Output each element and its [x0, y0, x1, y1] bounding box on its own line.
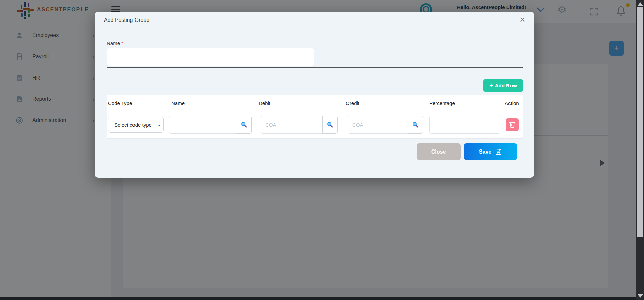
- name-field-label: Name*: [107, 40, 123, 46]
- code-type-select[interactable]: Select code type ⌄: [108, 117, 164, 133]
- name-lookup-group: [169, 116, 252, 134]
- save-label: Save: [479, 149, 491, 155]
- column-header-code-type: Code Type: [108, 100, 132, 106]
- add-row-button[interactable]: + Add Row: [483, 79, 523, 92]
- magnifier-icon: [240, 121, 247, 128]
- table-row: Select code type ⌄: [107, 111, 523, 139]
- column-header-percentage: Percentage: [429, 100, 455, 106]
- trash-icon: [509, 121, 515, 128]
- modal-title: Add Posting Group: [104, 17, 149, 23]
- horizontal-scrollbar[interactable]: [0, 297, 636, 300]
- scroll-down-arrow-icon[interactable]: [638, 294, 643, 298]
- debit-lookup-group: [261, 116, 338, 134]
- close-icon[interactable]: ✕: [519, 16, 525, 23]
- floppy-disk-icon: [495, 148, 502, 155]
- code-type-selected-value: Select code type: [114, 122, 159, 128]
- app-root: ASCENTPEOPLE Employees › Payroll › HR ›: [0, 0, 644, 300]
- column-header-debit: Debit: [259, 100, 270, 106]
- vertical-scrollbar[interactable]: [636, 0, 644, 300]
- required-asterisk: *: [121, 40, 123, 46]
- debit-coa-input[interactable]: [261, 116, 322, 134]
- row-name-input[interactable]: [169, 116, 236, 134]
- column-header-name: Name: [171, 100, 185, 106]
- percentage-input[interactable]: [429, 116, 500, 134]
- credit-lookup-group: [348, 116, 423, 134]
- modal-header: Add Posting Group ✕: [95, 12, 534, 29]
- magnifier-icon: [327, 121, 333, 128]
- posting-group-name-input[interactable]: [107, 48, 314, 66]
- name-search-button[interactable]: [236, 116, 252, 134]
- add-posting-group-modal: Add Posting Group ✕ Name* + Add Row Code…: [95, 12, 534, 178]
- add-row-label: Add Row: [495, 83, 517, 88]
- posting-rows-table: Code Type Name Debit Credit Percentage A…: [107, 95, 523, 139]
- table-header-row: Code Type Name Debit Credit Percentage A…: [107, 95, 523, 111]
- credit-coa-input[interactable]: [348, 116, 408, 134]
- chevron-down-icon: ⌄: [157, 122, 161, 127]
- column-header-action: Action: [505, 100, 519, 106]
- plus-icon: +: [489, 83, 493, 89]
- section-divider: [107, 67, 523, 68]
- credit-search-button[interactable]: [408, 116, 423, 134]
- vertical-scrollbar-thumb[interactable]: [637, 7, 643, 237]
- delete-row-button[interactable]: [506, 118, 519, 131]
- scroll-up-arrow-icon[interactable]: [638, 2, 643, 6]
- column-header-credit: Credit: [346, 100, 359, 106]
- magnifier-icon: [412, 121, 419, 128]
- save-button[interactable]: Save: [464, 143, 517, 160]
- name-label-text: Name: [107, 40, 120, 46]
- close-button[interactable]: Close: [417, 143, 461, 160]
- debit-search-button[interactable]: [322, 116, 338, 134]
